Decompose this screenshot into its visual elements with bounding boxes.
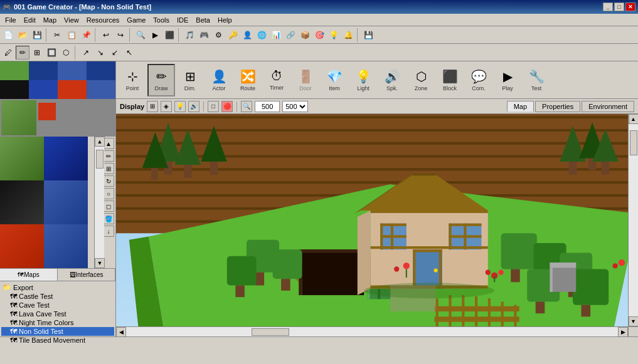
color-swatch-green[interactable] <box>0 61 29 80</box>
tree-night-time[interactable]: 🗺 Night Time Colors <box>1 318 114 327</box>
tool-zone[interactable]: ⬡ Zone <box>407 64 435 96</box>
menu-ide[interactable]: IDE <box>173 15 192 25</box>
tb2-3[interactable]: ⊞ <box>30 46 44 60</box>
tab-map[interactable]: Map <box>507 101 534 112</box>
palette-tile-3[interactable] <box>0 180 44 224</box>
tb-extra-7[interactable]: 📊 <box>269 28 283 42</box>
palette-tile-6[interactable] <box>44 224 88 268</box>
tool-actor[interactable]: 👤 Actor <box>205 64 233 96</box>
select-btn[interactable]: ⊞ <box>103 163 114 174</box>
scroll-left-btn[interactable]: ◀ <box>116 327 126 337</box>
menu-tools[interactable]: Tools <box>149 15 173 25</box>
open-button[interactable]: 📂 <box>16 28 29 42</box>
tool-draw[interactable]: ✏ Draw <box>147 64 175 96</box>
copy-button[interactable]: 📋 <box>65 28 78 42</box>
zoom-input[interactable] <box>255 101 280 112</box>
tb2-2[interactable]: ✏ <box>16 46 29 60</box>
tool-com[interactable]: 💬 Com. <box>465 64 492 96</box>
undo-button[interactable]: ↩ <box>99 28 113 42</box>
circle-btn[interactable]: ○ <box>103 188 114 199</box>
tb-extra-12[interactable]: 🔔 <box>341 28 355 42</box>
tool-route[interactable]: 🔀 Route <box>234 64 262 96</box>
tree-lava-cave-test[interactable]: 🗺 Lava Cave Test <box>1 309 114 318</box>
scroll-right-btn[interactable]: ▶ <box>618 327 628 337</box>
export-button[interactable]: 💾 <box>361 28 375 42</box>
tb-extra-4[interactable]: 🔑 <box>226 28 240 42</box>
paint-btn[interactable]: 🪣 <box>103 213 114 224</box>
tool-light[interactable]: 💡 Light <box>349 64 377 96</box>
tool-point[interactable]: ⊹ Point <box>119 64 146 96</box>
tb-extra-6[interactable]: 🌐 <box>255 28 268 42</box>
tb2-8[interactable]: ↙ <box>108 46 122 60</box>
tab-interfaces[interactable]: 🖼 Interfaces <box>58 269 115 281</box>
minimize-button[interactable]: _ <box>603 3 613 11</box>
secondary-tile[interactable] <box>38 102 56 121</box>
color-swatch-blue2[interactable] <box>29 80 58 99</box>
redo-button[interactable]: ↪ <box>114 28 127 42</box>
tb-extra-10[interactable]: 🎯 <box>312 28 326 42</box>
rotate-btn[interactable]: ↻ <box>103 175 114 187</box>
color-swatch-blue3[interactable] <box>87 80 115 99</box>
palette-tile-1[interactable] <box>0 137 44 180</box>
zoom-button[interactable]: 🔍 <box>134 28 147 42</box>
palette-tile-2[interactable] <box>44 137 88 180</box>
scroll-down-btn[interactable]: ▼ <box>629 316 639 326</box>
tool-dim[interactable]: ⊞ Dim. <box>176 64 204 96</box>
tb-extra-5[interactable]: 👤 <box>240 28 254 42</box>
scroll-thumb-v[interactable] <box>630 130 637 155</box>
tab-maps[interactable]: 🗺 Maps <box>0 269 58 281</box>
color-swatch-blue[interactable] <box>58 61 87 80</box>
tb2-4[interactable]: 🔲 <box>45 46 58 60</box>
light-toggle-btn[interactable]: 💡 <box>174 101 186 112</box>
scene-viewport[interactable] <box>116 114 638 326</box>
tree-export[interactable]: 📁 Export <box>1 283 114 292</box>
pencil-btn[interactable]: ✏ <box>103 150 114 162</box>
menu-game[interactable]: Game <box>123 15 149 25</box>
menu-file[interactable]: File <box>1 15 20 25</box>
tool-timer[interactable]: ⏱ Timer <box>263 64 290 96</box>
zoom-icon-btn[interactable]: 🔍 <box>241 101 252 112</box>
tb-extra-9[interactable]: 📦 <box>298 28 312 42</box>
active-tile[interactable] <box>0 99 38 137</box>
fill-btn[interactable]: 🔴 <box>221 101 233 112</box>
zoom-select[interactable]: 500 100 200 50 <box>282 101 308 112</box>
eraser-btn[interactable]: ◻ <box>103 200 114 212</box>
new-button[interactable]: 📄 <box>1 28 15 42</box>
tree-tile-based[interactable]: 🗺 Tile Based Movement <box>1 336 114 345</box>
tb2-1[interactable]: 🖊 <box>1 46 15 60</box>
tree-non-solid-test[interactable]: 🗺 Non Solid Test <box>1 327 114 336</box>
save-button[interactable]: 💾 <box>30 28 44 42</box>
scroll-thumb-h[interactable] <box>252 328 289 336</box>
tb2-7[interactable]: ↘ <box>93 46 107 60</box>
menu-resources[interactable]: Resources <box>83 15 124 25</box>
tb-extra-2[interactable]: 🎮 <box>197 28 211 42</box>
cut-button[interactable]: ✂ <box>50 28 64 42</box>
menu-beta[interactable]: Beta <box>192 15 214 25</box>
refresh-btn[interactable]: ↓ <box>103 226 114 237</box>
color-swatch-black[interactable] <box>0 80 29 99</box>
tab-properties[interactable]: Properties <box>535 101 580 112</box>
tool-item[interactable]: 💎 Item <box>321 64 348 96</box>
tree-cave-test[interactable]: 🗺 Cave Test <box>1 301 114 309</box>
tool-play[interactable]: ▶ Play <box>494 64 521 96</box>
tool-block[interactable]: ⬛ Block <box>436 64 464 96</box>
wireframe-toggle[interactable]: ◈ <box>161 101 172 112</box>
menu-map[interactable]: Map <box>40 15 60 25</box>
grid-toggle[interactable]: ⊞ <box>147 101 158 112</box>
menu-view[interactable]: View <box>60 15 83 25</box>
scroll-up-btn[interactable]: ▲ <box>629 114 639 124</box>
tool-spk[interactable]: 🔊 Spk. <box>378 64 406 96</box>
palette-scroll-thumb[interactable] <box>96 150 104 169</box>
tb2-9[interactable]: ↖ <box>122 46 136 60</box>
tb2-6[interactable]: ↗ <box>79 46 93 60</box>
color-swatch-blue-dark[interactable] <box>29 61 58 80</box>
tb-extra-3[interactable]: ⚙ <box>211 28 225 42</box>
menu-edit[interactable]: Edit <box>20 15 40 25</box>
tb2-5[interactable]: ⬡ <box>59 46 73 60</box>
palette-tile-4[interactable] <box>44 180 88 224</box>
tb-extra-8[interactable]: 🔗 <box>284 28 297 42</box>
tb-extra-1[interactable]: 🎵 <box>183 28 196 42</box>
tb-extra-11[interactable]: 💡 <box>327 28 341 42</box>
tree-castle-test[interactable]: 🗺 Castle Test <box>1 292 114 301</box>
border-btn[interactable]: □ <box>208 101 219 112</box>
